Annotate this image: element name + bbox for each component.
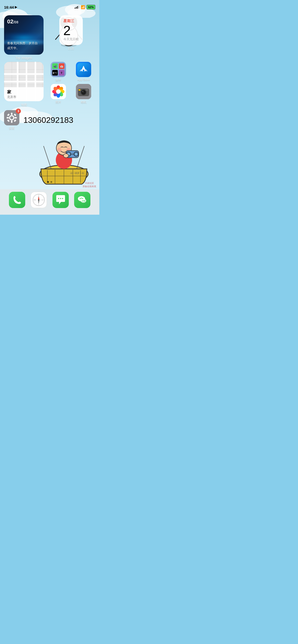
top-widget[interactable]: 02/08 青春无问东西，岁月自成芳华。 — [4, 15, 44, 55]
svg-rect-66 — [15, 117, 17, 119]
svg-rect-64 — [11, 121, 12, 123]
settings-icon[interactable]: 3 — [4, 110, 19, 125]
battery-indicator: 62% — [87, 5, 95, 9]
calendar-weekday: 星期三 — [63, 19, 79, 23]
calendar-no-event: 今天无日程 — [63, 37, 79, 41]
svg-rect-58 — [78, 89, 80, 91]
svg-rect-59 — [86, 89, 88, 91]
settings-wrap: 3 设置 — [4, 110, 19, 130]
signal-icon — [75, 6, 79, 9]
efficiency-folder-item: 📹 📅 ▶TV 🎙 效率 — [47, 62, 70, 82]
phone-number: 13060292183 — [23, 115, 73, 125]
map-widget-wrap: 家 北京市 地图 — [4, 62, 44, 107]
calendar-day: 2 — [63, 24, 79, 37]
widget-quote: 青春无问东西，岁月自成芳华。 — [7, 41, 40, 51]
location-icon: ▶ — [15, 5, 17, 9]
svg-point-57 — [82, 91, 83, 92]
page-dot-1[interactable] — [47, 181, 49, 183]
calendar-widget-wrap: 星期三 2 今天无日程 日历 — [47, 15, 95, 51]
camera-icon[interactable] — [76, 84, 91, 99]
app-store-label: App Store — [77, 78, 90, 81]
efficiency-label: 效率 — [56, 78, 61, 82]
settings-badge: 3 — [16, 109, 21, 114]
calendar-widget[interactable]: 星期三 2 今天无日程 — [59, 15, 83, 45]
photos-item: 照片 — [47, 84, 70, 104]
time-display: 16:44 — [4, 5, 14, 9]
status-bar: 16:44 ▶ 📶 62% — [0, 0, 99, 11]
page-dot-2[interactable] — [50, 181, 52, 183]
map-home-city: 北京市 — [7, 95, 40, 99]
svg-point-62 — [10, 116, 13, 119]
photos-icon[interactable] — [51, 84, 66, 99]
photos-label: 照片 — [56, 100, 61, 104]
map-home-label: 家 北京市 — [4, 87, 44, 101]
page-dots — [0, 181, 99, 183]
map-widget[interactable]: 家 北京市 — [4, 62, 44, 101]
status-time: 16:44 ▶ — [4, 5, 17, 9]
top-widget-wrap: 02/08 青春无问东西，岁月自成芳华。 Top Widgets — [4, 15, 44, 60]
status-right-icons: 📶 62% — [75, 5, 95, 9]
settings-label: 设置 — [9, 126, 15, 130]
app-grid: 📹 📅 ▶TV 🎙 效率 — [47, 62, 95, 104]
widgets-row-2: 家 北京市 地图 📹 📅 ▶TV — [0, 60, 99, 107]
battery-percent: 62 — [88, 6, 91, 9]
app-store-icon[interactable] — [76, 62, 91, 77]
svg-point-51 — [56, 89, 61, 94]
efficiency-folder-icon[interactable]: 📹 📅 ▶TV 🎙 — [51, 62, 66, 77]
row-3: 3 设置 13060292183 — [0, 107, 99, 130]
widgets-row-1: 02/08 青春无问东西，岁月自成芳华。 Top Widgets 星期三 2 今… — [0, 11, 99, 60]
app-store-item: App Store — [72, 62, 96, 82]
calendar-label: 日历 — [68, 47, 74, 51]
camera-item: 相机 — [72, 84, 96, 104]
wifi-icon: 📶 — [81, 5, 85, 9]
camera-label: 相机 — [81, 100, 86, 104]
home-screen: 02/08 青春无问东西，岁月自成芳华。 Top Widgets 星期三 2 今… — [0, 11, 99, 215]
map-widget-label: 地图 — [21, 103, 27, 107]
map-home-name: 家 — [7, 90, 40, 95]
widget-date: 02/08 — [7, 18, 18, 25]
top-widget-label: Top Widgets — [15, 56, 32, 60]
svg-rect-65 — [7, 117, 9, 119]
svg-rect-63 — [11, 113, 12, 115]
